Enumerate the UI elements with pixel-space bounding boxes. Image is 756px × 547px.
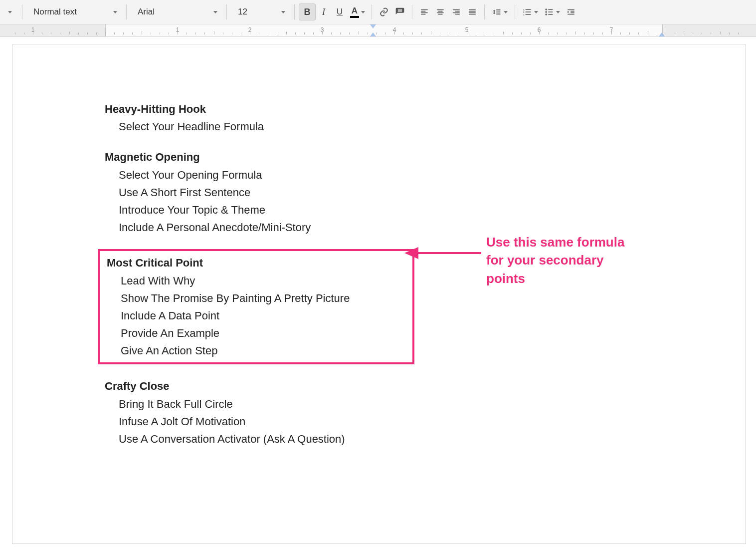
section-title[interactable]: Most Critical Point xyxy=(107,254,409,272)
bold-button[interactable]: B xyxy=(299,3,316,20)
section-item[interactable]: Lead With Why xyxy=(121,272,409,289)
insert-link-button[interactable] xyxy=(376,4,392,20)
align-center-icon xyxy=(436,7,445,16)
comment-icon xyxy=(395,7,405,17)
section-item[interactable]: Include A Personal Anecdote/Mini-Story xyxy=(119,219,554,236)
separator xyxy=(22,4,22,19)
ruler-tick xyxy=(467,31,467,34)
ruler-tick xyxy=(232,32,232,34)
section-item[interactable]: Bring It Back Full Circle xyxy=(119,395,554,413)
chevron-down-icon xyxy=(556,11,560,13)
align-center-button[interactable] xyxy=(432,4,448,20)
section-item[interactable]: Select Your Headline Formula xyxy=(119,118,554,135)
page[interactable]: Heavy-Hitting HookSelect Your Headline F… xyxy=(12,44,746,544)
paragraph-style-label: Normal text xyxy=(33,7,77,17)
ruler-tick xyxy=(548,32,549,34)
ruler-tick xyxy=(666,32,666,34)
ruler-tick xyxy=(476,32,476,34)
ruler-tick xyxy=(331,32,332,34)
ruler-tick xyxy=(132,32,133,34)
hanging-indent-marker[interactable] xyxy=(370,32,376,36)
font-size-dropdown[interactable]: 12 xyxy=(231,4,290,20)
underline-button[interactable]: U xyxy=(332,4,348,20)
ruler-tick xyxy=(584,32,585,34)
text-color-button[interactable]: A xyxy=(348,4,368,20)
section-item[interactable]: Select Your Opening Formula xyxy=(119,166,554,184)
ruler-tick xyxy=(702,32,702,34)
ruler-tick xyxy=(521,32,522,34)
section-item[interactable]: Use A Short First Sentence xyxy=(119,184,554,201)
ruler-tick xyxy=(566,32,567,34)
paragraph-style-dropdown[interactable]: Normal text xyxy=(26,4,122,20)
decrease-indent-button[interactable] xyxy=(563,4,579,20)
section-item[interactable]: Infuse A Jolt Of Motivation xyxy=(119,413,554,430)
more-left-button[interactable] xyxy=(2,4,18,20)
section-title[interactable]: Heavy-Hitting Hook xyxy=(105,100,554,118)
ruler-tick xyxy=(557,32,558,34)
page-content[interactable]: Heavy-Hitting HookSelect Your Headline F… xyxy=(105,100,554,448)
ruler-tick xyxy=(403,32,404,34)
section-title[interactable]: Magnetic Opening xyxy=(105,148,554,166)
font-size-label: 12 xyxy=(238,7,247,17)
ruler-tick xyxy=(268,32,268,34)
align-right-button[interactable] xyxy=(448,4,464,20)
align-left-icon xyxy=(420,7,429,16)
ruler-tick xyxy=(187,32,187,34)
italic-button[interactable]: I xyxy=(316,4,332,20)
ruler-tick xyxy=(675,32,675,34)
ruler-tick xyxy=(178,31,178,34)
section-item[interactable]: Use A Conversation Activator (Ask A Ques… xyxy=(119,430,554,448)
section-item[interactable]: Introduce Your Topic & Theme xyxy=(119,201,554,219)
font-family-dropdown[interactable]: Arial xyxy=(131,4,222,20)
ruler-tick xyxy=(684,31,684,34)
ruler-tick xyxy=(711,32,711,34)
italic-icon: I xyxy=(322,7,325,17)
bulleted-list-button[interactable] xyxy=(541,4,563,20)
chevron-down-icon xyxy=(361,11,365,13)
ruler-tick xyxy=(160,32,160,34)
svg-point-2 xyxy=(546,13,547,15)
section-item[interactable]: Provide An Example xyxy=(121,324,409,342)
section-item[interactable]: Include A Data Point xyxy=(121,307,409,324)
ruler-tick xyxy=(611,31,612,34)
ruler-tick xyxy=(648,31,648,34)
section-item[interactable]: Show The Promise By Painting A Pretty Pi… xyxy=(121,289,409,307)
ruler-tick xyxy=(575,31,576,34)
bulleted-list-icon xyxy=(544,7,554,17)
align-justify-button[interactable] xyxy=(464,4,480,20)
numbered-list-button[interactable] xyxy=(519,4,541,20)
ruler-tick xyxy=(738,32,739,34)
line-spacing-button[interactable] xyxy=(489,4,511,20)
ruler-tick xyxy=(259,32,259,34)
ruler-tick xyxy=(105,31,106,34)
separator xyxy=(126,4,127,19)
chevron-down-icon xyxy=(504,11,508,13)
separator xyxy=(515,4,515,19)
ruler-tick xyxy=(638,32,639,34)
svg-point-0 xyxy=(546,8,547,10)
ruler-tick xyxy=(503,31,504,34)
insert-comment-button[interactable] xyxy=(392,4,408,20)
ruler-tick xyxy=(368,32,368,34)
ruler-tick xyxy=(394,31,395,34)
ruler-tick xyxy=(377,32,377,34)
right-indent-marker[interactable] xyxy=(659,32,665,36)
section-item[interactable]: Give An Action Step xyxy=(121,342,409,359)
ruler-tick xyxy=(412,32,413,34)
ruler[interactable]: 11234567 xyxy=(0,24,756,37)
align-left-button[interactable] xyxy=(416,4,432,20)
ruler-tick xyxy=(720,31,721,34)
ruler-tick xyxy=(223,32,223,34)
section-title[interactable]: Crafty Close xyxy=(105,377,554,395)
ruler-tick xyxy=(42,32,42,34)
ruler-tick xyxy=(421,32,422,34)
ruler-tick xyxy=(114,32,115,34)
ruler-tick xyxy=(96,32,97,34)
separator xyxy=(484,4,485,19)
ruler-tick xyxy=(620,32,621,34)
text-color-bar xyxy=(350,16,359,18)
ruler-tick xyxy=(340,32,341,34)
ruler-tick xyxy=(359,31,359,34)
section-gap xyxy=(105,364,554,377)
first-line-indent-marker[interactable] xyxy=(370,24,376,28)
